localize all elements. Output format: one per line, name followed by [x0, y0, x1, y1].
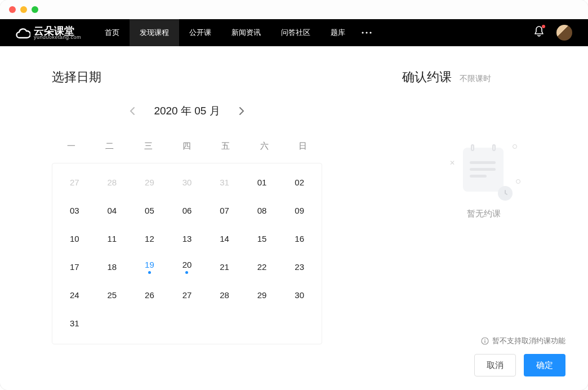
calendar-day[interactable]: 19 — [131, 252, 168, 281]
calendar-day[interactable]: 20 — [168, 252, 206, 281]
calendar-day[interactable]: 16 — [280, 224, 318, 252]
calendar-day[interactable]: 25 — [93, 281, 131, 309]
app-window: 云朵课堂 yunduoketang.com 首页发现课程公开课新闻资讯问答社区题… — [0, 0, 588, 390]
empty-state: ✕ 暂无约课 — [402, 108, 565, 336]
calendar-day[interactable]: 30 — [168, 168, 206, 196]
logo-subtext: yunduoketang.com — [34, 35, 81, 40]
empty-text: 暂无约课 — [467, 209, 501, 219]
calendar-day[interactable]: 31 — [206, 168, 243, 196]
nav: 首页发现课程公开课新闻资讯问答社区题库 — [95, 19, 355, 46]
titlebar — [0, 0, 588, 19]
month-label: 2020 年 05 月 — [154, 104, 220, 118]
booking-subtitle: 不限课时 — [460, 74, 491, 84]
calendar-day[interactable]: 24 — [56, 281, 93, 309]
calendar-day[interactable]: 11 — [93, 224, 131, 252]
empty-calendar-icon: ✕ — [447, 142, 520, 198]
svg-point-1 — [366, 32, 367, 33]
weekday-label: 三 — [129, 134, 168, 163]
calendar-day[interactable]: 07 — [206, 196, 243, 224]
nav-item[interactable]: 发现课程 — [130, 19, 179, 46]
calendar-day[interactable]: 27 — [56, 168, 93, 196]
traffic-minimize-icon[interactable] — [20, 6, 27, 13]
calendar-day[interactable]: 06 — [168, 196, 206, 224]
calendar-day[interactable]: 17 — [56, 252, 93, 281]
confirm-button[interactable]: 确定 — [524, 354, 565, 376]
booking-panel: 确认约课 不限课时 ✕ — [385, 46, 588, 390]
nav-item[interactable]: 公开课 — [179, 19, 221, 46]
traffic-zoom-icon[interactable] — [32, 6, 38, 13]
next-month-button[interactable] — [236, 105, 247, 117]
event-dot — [148, 271, 151, 274]
calendar-grid: 2728293031010203040506070809101112131415… — [56, 168, 318, 337]
weekday-label: 六 — [245, 134, 284, 163]
chevron-right-icon — [239, 107, 244, 116]
chevron-left-icon — [130, 107, 135, 116]
event-dot — [185, 271, 188, 274]
nav-item[interactable]: 首页 — [95, 19, 130, 46]
nav-item[interactable]: 新闻资讯 — [221, 19, 271, 46]
calendar-day[interactable]: 12 — [131, 224, 168, 252]
calendar-day[interactable]: 02 — [280, 168, 318, 196]
calendar-day[interactable]: 29 — [243, 281, 281, 309]
notifications-button[interactable] — [534, 26, 544, 39]
calendar-day[interactable]: 28 — [206, 281, 243, 309]
cancel-button[interactable]: 取消 — [474, 354, 516, 376]
calendar-day[interactable]: 13 — [168, 224, 206, 252]
notification-dot — [542, 25, 545, 28]
note-text: 暂不支持取消约课功能 — [492, 336, 565, 346]
weekday-label: 五 — [206, 134, 245, 163]
calendar-weekdays: 一二三四五六日 — [52, 134, 322, 163]
calendar-day[interactable]: 15 — [243, 224, 281, 252]
calendar-day[interactable]: 21 — [206, 252, 243, 281]
info-icon — [481, 337, 489, 345]
logo[interactable]: 云朵课堂 yunduoketang.com — [16, 26, 81, 40]
weekday-label: 二 — [91, 134, 130, 163]
nav-more-button[interactable] — [355, 19, 378, 46]
calendar-day[interactable]: 29 — [131, 168, 168, 196]
calendar-day[interactable]: 18 — [93, 252, 131, 281]
weekday-label: 四 — [168, 134, 207, 163]
calendar-day[interactable]: 23 — [280, 252, 318, 281]
svg-point-0 — [362, 32, 363, 33]
weekday-label: 一 — [52, 134, 91, 163]
more-icon — [362, 32, 372, 34]
calendar-day[interactable]: 22 — [243, 252, 281, 281]
calendar-day[interactable]: 31 — [56, 309, 93, 337]
traffic-close-icon[interactable] — [9, 6, 16, 13]
svg-point-2 — [369, 32, 371, 33]
calendar-day[interactable]: 01 — [243, 168, 281, 196]
nav-item[interactable]: 题库 — [320, 19, 355, 46]
cloud-icon — [16, 26, 30, 39]
topbar: 云朵课堂 yunduoketang.com 首页发现课程公开课新闻资讯问答社区题… — [0, 19, 588, 46]
calendar-day[interactable]: 05 — [131, 196, 168, 224]
calendar-day[interactable]: 14 — [206, 224, 243, 252]
avatar[interactable] — [556, 25, 572, 41]
calendar-day[interactable]: 09 — [280, 196, 318, 224]
calendar-day[interactable]: 03 — [56, 196, 93, 224]
calendar-day[interactable]: 26 — [131, 281, 168, 309]
calendar-day[interactable]: 30 — [280, 281, 318, 309]
prev-month-button[interactable] — [127, 105, 138, 117]
calendar-day[interactable]: 04 — [93, 196, 131, 224]
month-nav: 2020 年 05 月 — [52, 104, 322, 118]
date-panel: 选择日期 2020 年 05 月 一二三四五六日 272829303101020… — [0, 46, 385, 390]
calendar-day[interactable]: 08 — [243, 196, 281, 224]
date-panel-title: 选择日期 — [52, 69, 358, 86]
nav-item[interactable]: 问答社区 — [271, 19, 320, 46]
calendar-day[interactable]: 28 — [93, 168, 131, 196]
weekday-label: 日 — [283, 134, 322, 163]
cancel-note: 暂不支持取消约课功能 — [402, 336, 565, 346]
calendar-day[interactable]: 10 — [56, 224, 93, 252]
calendar-day[interactable]: 27 — [168, 281, 206, 309]
booking-title: 确认约课 — [402, 69, 452, 86]
